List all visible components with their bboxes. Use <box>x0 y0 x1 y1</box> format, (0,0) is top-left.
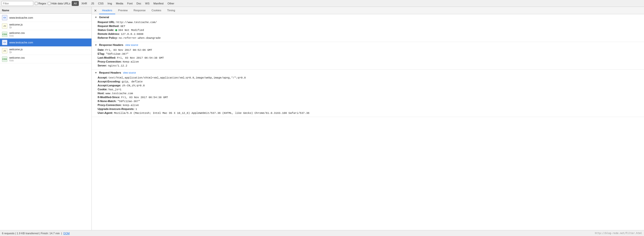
prop-val: zh-CN,zh;q=0.8 <box>122 84 144 87</box>
other-filter-button[interactable]: Other <box>166 1 176 6</box>
css-filter-button[interactable]: CSS <box>97 1 105 6</box>
hide-data-urls-label: Hide data URLs <box>52 2 70 5</box>
prop-key: Accept: <box>98 76 108 79</box>
all-filter-button[interactable]: All <box>72 1 78 6</box>
bottom-bar: 6 requests | 1.9 KB transferred | Finish… <box>0 230 644 236</box>
request-headers-section-header[interactable]: ▼ Request Headers view source <box>95 71 641 74</box>
item-sub: /css <box>9 34 25 37</box>
general-title: General <box>99 16 109 19</box>
filter-input[interactable] <box>2 1 33 6</box>
hide-data-urls-checkbox[interactable] <box>48 2 51 5</box>
regex-checkbox[interactable] <box>35 2 38 5</box>
network-list-item[interactable]: <> www.testcache.com <box>0 14 92 22</box>
ws-filter-button[interactable]: WS <box>144 1 151 6</box>
item-icon-js: JS <box>2 48 7 53</box>
request-field-row: Host:www.testcache.com <box>95 91 641 95</box>
prop-key: Proxy-Connection: <box>98 103 122 106</box>
item-name: welcome.js <box>9 23 22 26</box>
item-icon-js: JS <box>2 23 7 29</box>
list-items: <> www.testcache.com JS welcome.js /js C… <box>0 14 92 230</box>
prop-val: gzip, deflate <box>122 80 143 83</box>
prop-key: Date: <box>98 48 104 51</box>
prop-val: text/html,application/xhtml+xml,applicat… <box>108 76 246 79</box>
top-bar: Regex Hide data URLs All XHR JS CSS Img … <box>0 0 644 7</box>
request-field-row: If-None-Match:"59fc12ae-367" <box>95 99 641 103</box>
main-area: Name <> www.testcache.com JS welcome.js … <box>0 7 644 230</box>
prop-val: Mozilla/5.0 (Macintosh; Intel Mac OS X 1… <box>114 112 310 114</box>
request-field-row: Proxy-Connection:keep-alive <box>95 103 641 107</box>
prop-val: 1 <box>135 108 137 111</box>
prop-key: User-Agent: <box>98 111 113 114</box>
prop-val: no-referrer-when-downgrade <box>119 37 161 40</box>
network-list-item[interactable]: CSS welcome.css /css <box>0 30 92 39</box>
list-header: Name <box>0 7 92 14</box>
item-icon-css: CSS <box>2 32 7 37</box>
prop-key: ETag: <box>98 52 105 55</box>
response-headers-title: Response Headers <box>99 43 123 46</box>
general-triangle: ▼ <box>95 16 97 19</box>
request-headers-view-source[interactable]: view source <box>123 71 136 74</box>
request-field-row: User-Agent:Mozilla/5.0 (Macintosh; Intel… <box>95 111 641 115</box>
general-section: ▼ General Request URL:http://www.testcac… <box>92 14 644 42</box>
request-field-row: Upgrade-Insecure-Requests:1 <box>95 107 641 111</box>
prop-val: GET <box>120 25 125 28</box>
item-text: welcome.css /css <box>9 31 25 37</box>
close-button[interactable]: ✕ <box>93 8 98 13</box>
prop-val: http://www.testcache.com/ <box>116 21 157 24</box>
item-sub: /js <box>9 26 22 29</box>
detail-tab-response[interactable]: Response <box>131 7 149 14</box>
item-text: welcome.js /js <box>9 23 22 29</box>
detail-tab-cookies[interactable]: Cookies <box>148 7 164 14</box>
network-list: Name <> www.testcache.com JS welcome.js … <box>0 7 92 230</box>
response-headers-triangle: ▼ <box>95 44 97 46</box>
request-field-row: Accept-Language:zh-CN,zh;q=0.8 <box>95 83 641 87</box>
item-sub: /css <box>9 59 25 62</box>
response-headers-section: ▼ Response Headers view source Date:Fri,… <box>92 42 644 70</box>
response-headers-view-source[interactable]: view source <box>125 44 138 46</box>
item-text: welcome.js /js <box>9 48 22 53</box>
dom-link[interactable]: DOM <box>63 232 70 235</box>
media-filter-button[interactable]: Media <box>115 1 124 6</box>
prop-key: Cookie: <box>98 88 108 91</box>
font-filter-button[interactable]: Font <box>126 1 134 6</box>
prop-key: Remote Address: <box>98 32 120 35</box>
item-icon-html: <> <box>2 40 7 45</box>
prop-val: Fri, 03 Nov 2017 08:52:06 GMT <box>106 49 152 52</box>
img-filter-button[interactable]: Img <box>106 1 113 6</box>
general-section-header[interactable]: ▼ General <box>95 16 641 19</box>
detail-tabs: ✕ HeadersPreviewResponseCookiesTiming <box>92 7 644 14</box>
hide-data-urls-checkbox-label[interactable]: Hide data URLs <box>48 2 70 5</box>
xhr-filter-button[interactable]: XHR <box>80 1 88 6</box>
prop-val: 127.0.0.1:8888 <box>121 33 144 36</box>
network-list-item[interactable]: <> www.testcache.com <box>0 39 92 47</box>
prop-key: Status Code: <box>98 29 114 31</box>
regex-checkbox-label[interactable]: Regex <box>35 2 46 5</box>
network-list-item[interactable]: JS welcome.js /js <box>0 47 92 55</box>
prop-val: nginx/1.12.2 <box>108 64 127 67</box>
prop-key: Server: <box>98 64 107 67</box>
detail-tab-timing[interactable]: Timing <box>164 7 178 14</box>
response-field-row: ETag:"59fc12ae-367" <box>95 52 641 56</box>
general-fields: Request URL:http://www.testcache.com/Req… <box>95 20 641 40</box>
detail-tab-headers[interactable]: Headers <box>99 7 115 14</box>
network-list-item[interactable]: JS welcome.js /js <box>0 22 92 30</box>
general-field-row: Remote Address:127.0.0.1:8888 <box>95 32 641 36</box>
request-header-fields: Accept:text/html,application/xhtml+xml,a… <box>95 76 641 115</box>
general-field-row: Request Method:GET <box>95 24 641 28</box>
detail-tab-preview[interactable]: Preview <box>115 7 131 14</box>
prop-key: Request Method: <box>98 25 120 28</box>
manifest-filter-button[interactable]: Manifest <box>152 1 165 6</box>
general-field-row: Referrer Policy:no-referrer-when-downgra… <box>95 36 641 40</box>
js-filter-button[interactable]: JS <box>90 1 96 6</box>
response-field-row: Date:Fri, 03 Nov 2017 08:52:06 GMT <box>95 48 641 52</box>
request-field-row: Accept:text/html,application/xhtml+xml,a… <box>95 76 641 79</box>
doc-filter-button[interactable]: Doc <box>135 1 143 6</box>
general-field-row: Status Code:304 Not Modified <box>95 28 641 32</box>
response-field-row: Server:nginx/1.12.2 <box>95 64 641 67</box>
response-headers-section-header[interactable]: ▼ Response Headers view source <box>95 43 641 46</box>
name-column-header: Name <box>2 9 9 12</box>
item-icon-css: CSS <box>2 56 7 62</box>
request-stats: 6 requests | 1.9 KB transferred | Finish… <box>2 232 60 235</box>
prop-key: If-None-Match: <box>98 100 116 102</box>
network-list-item[interactable]: CSS welcome.css /css <box>0 55 92 63</box>
